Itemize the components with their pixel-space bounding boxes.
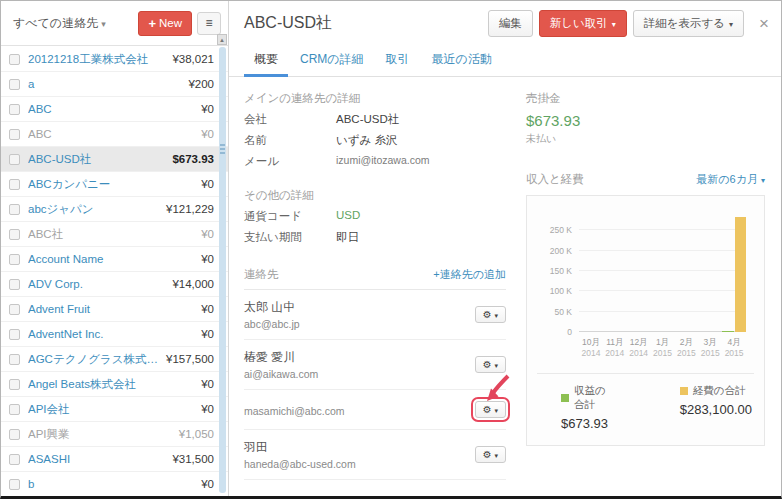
contact-list-item[interactable]: abcジャパン¥121,229 (1, 197, 228, 222)
section-title: メインの連絡先の詳細 (244, 91, 506, 106)
contact-list-item[interactable]: ABC社¥0 (1, 222, 228, 247)
row-checkbox[interactable] (9, 154, 20, 165)
row-checkbox[interactable] (9, 79, 20, 90)
contact-name-link[interactable]: ADV Corp. (28, 278, 166, 290)
row-checkbox[interactable] (9, 304, 20, 315)
chart-period-dropdown[interactable]: 最新の6カ月 ▾ (696, 172, 765, 187)
row-checkbox[interactable] (9, 54, 20, 65)
contact-list-item[interactable]: ABC-USD社$673.93 (1, 147, 228, 172)
row-checkbox[interactable] (9, 429, 20, 440)
contact-list-item[interactable]: AdventNet Inc.¥0 (1, 322, 228, 347)
close-icon[interactable]: × (759, 15, 769, 32)
contact-amount: ¥0 (201, 478, 214, 490)
y-tick-label: 0 (567, 327, 572, 337)
contact-name-link[interactable]: ASASHI (28, 453, 166, 465)
contact-name-link[interactable]: Angel Beats株式会社 (28, 377, 195, 392)
row-checkbox[interactable] (9, 179, 20, 190)
contact-name-link[interactable]: 20121218工業株式会社 (28, 52, 166, 67)
contact-list-item[interactable]: ABC¥0 (1, 122, 228, 147)
new-contact-label: New (159, 17, 182, 29)
contact-list-item[interactable]: API興業¥1,050 (1, 422, 228, 447)
contacts-list: 20121218工業株式会社¥38,021a¥200ABC¥0ABC¥0ABC-… (1, 47, 228, 496)
row-checkbox[interactable] (9, 329, 20, 340)
person-settings-button[interactable]: ⚙ ▾ (475, 356, 506, 373)
contact-name-link[interactable]: ABCカンパニー (28, 177, 195, 192)
list-menu-icon[interactable]: ≡ (197, 12, 221, 35)
row-checkbox[interactable] (9, 104, 20, 115)
contact-list-item[interactable]: API会社¥0 (1, 397, 228, 422)
contact-list-item[interactable]: ADV Corp.¥14,000 (1, 272, 228, 297)
sidebar-scrollbar[interactable]: ▲ (219, 47, 226, 493)
receivables-section: 売掛金 $673.93 未払い (526, 91, 765, 146)
contact-list-item[interactable]: b¥0 (1, 472, 228, 496)
contact-list-item[interactable]: 20121218工業株式会社¥38,021 (1, 47, 228, 72)
y-tick-label: 250 K (550, 225, 572, 235)
scroll-up-icon[interactable]: ▲ (217, 34, 227, 45)
contact-name-link[interactable]: Advent Fruit (28, 303, 195, 315)
page-title: ABC-USD社 (244, 13, 332, 34)
contact-name-link[interactable]: ABC社 (28, 227, 195, 242)
contact-person-row: 羽田haneda@abc-used.com⚙ ▾ (244, 430, 506, 480)
gear-icon: ⚙ (483, 404, 492, 415)
tab-2[interactable]: 取引 (376, 46, 420, 76)
contact-name-link[interactable]: abcジャパン (28, 202, 160, 217)
new-contact-button[interactable]: +New (138, 11, 192, 36)
edit-button[interactable]: 編集 (488, 10, 533, 37)
legend-swatch-icon (680, 387, 688, 395)
row-checkbox[interactable] (9, 479, 20, 490)
row-checkbox[interactable] (9, 129, 20, 140)
x-tick-label: 12月2014 (627, 337, 651, 359)
row-checkbox[interactable] (9, 454, 20, 465)
summary-column: 売掛金 $673.93 未払い 収入と経費 最新の6カ月 ▾ 050 K100 … (526, 91, 765, 496)
x-tick-label: 11月2014 (603, 337, 627, 359)
person-settings-button[interactable]: ⚙ ▾ (475, 401, 506, 418)
row-checkbox[interactable] (9, 229, 20, 240)
tab-3[interactable]: 最近の活動 (422, 46, 502, 76)
scrollbar-grip[interactable] (220, 144, 225, 156)
contact-list-item[interactable]: ABCカンパニー¥0 (1, 172, 228, 197)
contact-list-item[interactable]: AGCテクノグラス株式会社¥157,500 (1, 347, 228, 372)
row-checkbox[interactable] (9, 379, 20, 390)
contact-list-item[interactable]: ASASHI¥31,500 (1, 447, 228, 472)
contact-list-item[interactable]: Angel Beats株式会社¥0 (1, 372, 228, 397)
contact-amount: ¥31,500 (172, 453, 214, 465)
new-transaction-button[interactable]: 新しい取引▾ (539, 10, 627, 37)
tab-1[interactable]: CRMの詳細 (290, 46, 374, 76)
gear-icon: ⚙ (483, 449, 492, 460)
caret-down-icon: ▾ (612, 20, 616, 29)
bar (722, 331, 733, 332)
tab-0[interactable]: 概要 (244, 46, 288, 77)
contact-name-link[interactable]: ABC (28, 103, 195, 115)
contact-list-item[interactable]: Account Name¥0 (1, 247, 228, 272)
contact-name-link[interactable]: AGCテクノグラス株式会社 (28, 352, 160, 367)
contact-person-row: 太郎 山中abc@abc.jp⚙ ▾ (244, 290, 506, 340)
row-checkbox[interactable] (9, 279, 20, 290)
contact-list-item[interactable]: Advent Fruit¥0 (1, 297, 228, 322)
contacts-filter-dropdown[interactable]: すべての連絡先▾ (13, 15, 106, 32)
contact-name-link[interactable]: API興業 (28, 427, 173, 442)
add-contact-person-link[interactable]: +連絡先の追加 (433, 267, 506, 282)
section-title: 収入と経費 (526, 172, 584, 187)
row-checkbox[interactable] (9, 254, 20, 265)
contact-amount: ¥0 (201, 303, 214, 315)
row-checkbox[interactable] (9, 404, 20, 415)
contact-name-link[interactable]: Account Name (28, 253, 195, 265)
contact-name-link[interactable]: ABC-USD社 (28, 152, 166, 167)
legend-label: 経費の合計 (693, 384, 746, 398)
row-checkbox[interactable] (9, 354, 20, 365)
x-tick-label: 3月2015 (698, 337, 722, 359)
main-contact-details-section: メインの連絡先の詳細 会社 ABC-USD社 名前 いずみ 糸沢 メール izu… (244, 91, 506, 169)
contact-name-link[interactable]: ABC (28, 128, 195, 140)
person-settings-button[interactable]: ⚙ ▾ (475, 446, 506, 463)
contact-name-link[interactable]: b (28, 478, 195, 490)
contact-name-link[interactable]: API会社 (28, 402, 195, 417)
person-settings-button[interactable]: ⚙ ▾ (475, 306, 506, 323)
contacts-sidebar: すべての連絡先▾ +New ≡ 20121218工業株式会社¥38,021a¥2… (1, 1, 229, 496)
show-details-button[interactable]: 詳細を表示する▾ (633, 10, 744, 37)
row-checkbox[interactable] (9, 204, 20, 215)
contact-name-link[interactable]: a (28, 78, 182, 90)
contact-list-item[interactable]: a¥200 (1, 72, 228, 97)
contact-list-item[interactable]: ABC¥0 (1, 97, 228, 122)
person-info: 羽田haneda@abc-used.com (244, 439, 356, 470)
contact-name-link[interactable]: AdventNet Inc. (28, 328, 195, 340)
